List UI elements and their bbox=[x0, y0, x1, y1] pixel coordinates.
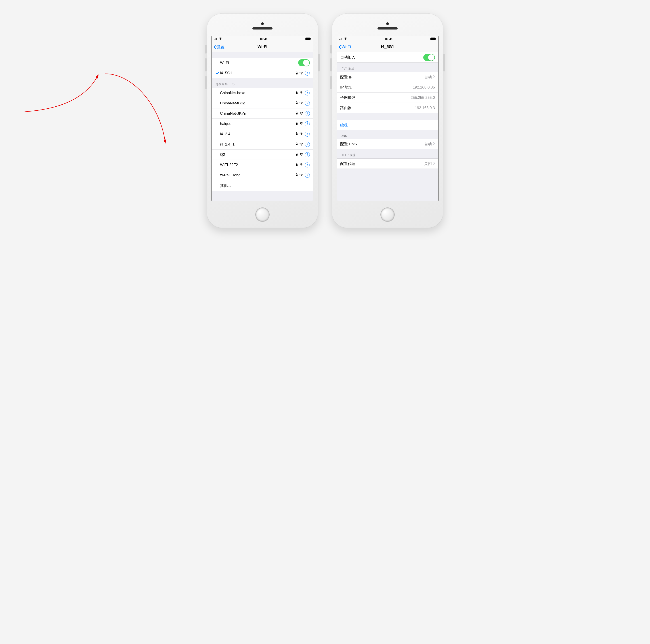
configure-proxy-row[interactable]: 配置代理 关闭 bbox=[337, 159, 438, 169]
network-ssid: ChinaNet-fG2g bbox=[220, 101, 295, 105]
info-icon[interactable]: i bbox=[305, 152, 310, 157]
connected-network-row[interactable]: i4_5G1 i bbox=[212, 68, 313, 78]
info-icon[interactable]: i bbox=[305, 132, 310, 137]
chevron-right-icon bbox=[433, 75, 435, 79]
svg-rect-1 bbox=[215, 39, 215, 40]
other-network-row[interactable]: 其他... bbox=[212, 180, 313, 191]
signal-icon bbox=[339, 38, 343, 40]
network-row[interactable]: Q2i bbox=[212, 149, 313, 160]
wifi-toggle[interactable] bbox=[298, 59, 310, 66]
network-ssid: haique bbox=[220, 122, 295, 126]
info-icon[interactable]: i bbox=[305, 173, 310, 178]
svg-point-25 bbox=[301, 125, 301, 125]
wifi-icon bbox=[299, 122, 303, 126]
auto-join-row[interactable]: 自动加入 bbox=[337, 52, 438, 63]
info-icon[interactable]: i bbox=[305, 142, 310, 147]
wifi-icon bbox=[344, 38, 347, 40]
chevron-left-icon bbox=[213, 45, 216, 49]
ipv4-header: IPV4 地址 bbox=[337, 63, 438, 72]
lock-icon bbox=[295, 132, 298, 136]
network-ssid: Q2 bbox=[220, 152, 295, 157]
svg-point-23 bbox=[301, 114, 301, 115]
back-button[interactable]: 设置 bbox=[212, 44, 224, 49]
svg-point-9 bbox=[301, 74, 301, 74]
lock-icon bbox=[295, 173, 298, 177]
home-button[interactable] bbox=[255, 207, 269, 222]
back-button[interactable]: Wi-Fi bbox=[337, 44, 351, 49]
svg-line-15 bbox=[232, 85, 233, 85]
network-row[interactable]: zl-PaCHongi bbox=[212, 170, 313, 180]
lock-icon bbox=[295, 111, 298, 116]
wifi-toggle-row[interactable]: Wi-Fi bbox=[212, 58, 313, 68]
network-row[interactable]: i4_2.4i bbox=[212, 129, 313, 139]
svg-point-35 bbox=[301, 176, 301, 176]
network-row[interactable]: WIFI-22F2i bbox=[212, 160, 313, 170]
info-icon[interactable]: i bbox=[305, 71, 310, 75]
svg-rect-6 bbox=[306, 38, 310, 40]
spinner-icon bbox=[231, 83, 235, 86]
status-bar: 09:41 bbox=[337, 36, 438, 42]
network-ssid: i4_2.4_1 bbox=[220, 142, 295, 147]
svg-point-4 bbox=[220, 40, 221, 40]
info-icon[interactable]: i bbox=[305, 91, 310, 96]
renew-lease-row[interactable]: 续租 bbox=[337, 120, 438, 130]
network-row[interactable]: ChinaNet-JKYni bbox=[212, 108, 313, 119]
lock-icon bbox=[295, 163, 298, 167]
info-icon[interactable]: i bbox=[305, 122, 310, 126]
info-icon[interactable]: i bbox=[305, 163, 310, 167]
dns-header: DNS bbox=[337, 130, 438, 139]
battery-icon bbox=[430, 38, 436, 40]
svg-point-31 bbox=[301, 155, 301, 156]
svg-rect-34 bbox=[296, 175, 297, 176]
configure-ip-row[interactable]: 配置 IP 自动 bbox=[337, 72, 438, 82]
svg-point-29 bbox=[301, 145, 301, 145]
lock-icon bbox=[295, 142, 298, 147]
back-label: Wi-Fi bbox=[341, 44, 351, 49]
svg-rect-2 bbox=[216, 38, 216, 40]
auto-join-toggle[interactable] bbox=[423, 54, 435, 61]
home-button[interactable] bbox=[381, 207, 395, 222]
checkmark-icon bbox=[215, 71, 220, 75]
network-ssid: WIFI-22F2 bbox=[220, 163, 295, 167]
chevron-left-icon bbox=[338, 45, 341, 49]
svg-rect-7 bbox=[311, 38, 311, 40]
nav-bar: 设置 Wi-Fi bbox=[212, 42, 313, 52]
status-time: 09:41 bbox=[260, 37, 267, 41]
svg-line-17 bbox=[232, 83, 233, 84]
info-icon[interactable]: i bbox=[305, 101, 310, 106]
wifi-icon bbox=[299, 91, 303, 95]
svg-rect-38 bbox=[340, 38, 341, 40]
network-row[interactable]: haiquei bbox=[212, 119, 313, 129]
svg-rect-36 bbox=[339, 39, 339, 40]
phone-right: 09:41 Wi-Fi i4_5G1 自动加入 IPV4 地址 配置 IP 自动 bbox=[332, 13, 443, 228]
svg-point-33 bbox=[301, 166, 301, 166]
network-ssid: i4_2.4 bbox=[220, 132, 295, 136]
router-row: 路由器 192.168.0.3 bbox=[337, 103, 438, 113]
svg-rect-39 bbox=[341, 38, 342, 40]
back-label: 设置 bbox=[216, 44, 224, 49]
lock-icon bbox=[295, 122, 298, 126]
network-ssid: ChinaNet-JKYn bbox=[220, 111, 295, 116]
connected-ssid: i4_5G1 bbox=[220, 71, 295, 75]
wifi-icon bbox=[299, 142, 303, 147]
wifi-icon bbox=[299, 173, 303, 177]
svg-rect-22 bbox=[296, 113, 297, 114]
network-row[interactable]: ChinaNet-bexei bbox=[212, 88, 313, 98]
network-ssid: ChinaNet-bexe bbox=[220, 91, 295, 95]
svg-rect-18 bbox=[296, 92, 297, 94]
auto-join-label: 自动加入 bbox=[340, 55, 423, 60]
wifi-icon bbox=[299, 72, 303, 74]
wifi-label: Wi-Fi bbox=[220, 61, 298, 65]
info-icon[interactable]: i bbox=[305, 111, 310, 116]
network-ssid: zl-PaCHong bbox=[220, 173, 295, 177]
svg-rect-0 bbox=[214, 39, 214, 40]
other-label: 其他... bbox=[220, 183, 310, 188]
svg-line-11 bbox=[234, 83, 234, 84]
wifi-icon bbox=[299, 152, 303, 157]
network-row[interactable]: i4_2.4_1i bbox=[212, 139, 313, 149]
configure-dns-row[interactable]: 配置 DNS 自动 bbox=[337, 139, 438, 149]
svg-rect-20 bbox=[296, 103, 297, 104]
network-row[interactable]: ChinaNet-fG2gi bbox=[212, 98, 313, 108]
status-time: 09:41 bbox=[385, 37, 393, 41]
chevron-right-icon bbox=[433, 161, 435, 166]
